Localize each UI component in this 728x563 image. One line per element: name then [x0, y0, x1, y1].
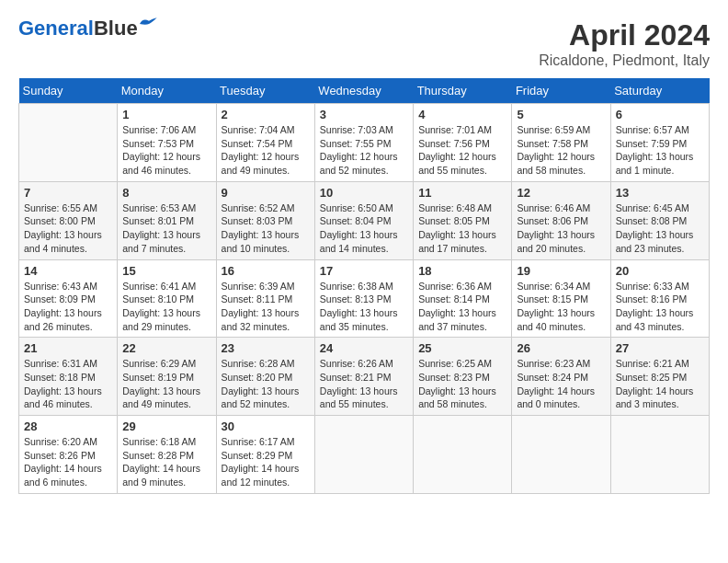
calendar-cell: 20Sunrise: 6:33 AM Sunset: 8:16 PM Dayli… [610, 259, 709, 338]
calendar-cell: 23Sunrise: 6:28 AM Sunset: 8:20 PM Dayli… [216, 338, 314, 416]
calendar-cell [314, 416, 413, 494]
header-friday: Friday [512, 78, 610, 104]
calendar-cell: 25Sunrise: 6:25 AM Sunset: 8:23 PM Dayli… [414, 338, 512, 416]
day-number: 8 [122, 186, 210, 200]
day-info: Sunrise: 7:03 AM Sunset: 7:55 PM Dayligh… [320, 123, 408, 178]
calendar-cell: 26Sunrise: 6:23 AM Sunset: 8:24 PM Dayli… [512, 338, 610, 416]
calendar-cell: 1Sunrise: 7:06 AM Sunset: 7:53 PM Daylig… [118, 104, 216, 182]
day-number: 16 [222, 264, 310, 278]
day-info: Sunrise: 6:53 AM Sunset: 8:01 PM Dayligh… [122, 201, 210, 256]
day-number: 4 [418, 108, 506, 121]
day-number: 11 [418, 186, 506, 200]
calendar-cell: 5Sunrise: 6:59 AM Sunset: 7:58 PM Daylig… [512, 104, 610, 182]
calendar-cell: 4Sunrise: 7:01 AM Sunset: 7:56 PM Daylig… [414, 104, 512, 182]
day-info: Sunrise: 6:46 AM Sunset: 8:06 PM Dayligh… [517, 201, 605, 256]
day-number: 25 [418, 341, 506, 355]
day-number: 3 [320, 108, 408, 121]
calendar-cell [610, 416, 709, 494]
page-title: April 2024 [539, 18, 710, 52]
calendar-cell [414, 416, 512, 494]
day-number: 7 [24, 186, 112, 200]
day-info: Sunrise: 6:50 AM Sunset: 8:04 PM Dayligh… [320, 201, 408, 256]
header-sunday: Sunday [19, 78, 118, 104]
day-info: Sunrise: 7:01 AM Sunset: 7:56 PM Dayligh… [418, 123, 506, 178]
day-number: 2 [222, 108, 310, 121]
calendar-cell: 29Sunrise: 6:18 AM Sunset: 8:28 PM Dayli… [118, 416, 216, 494]
page-subtitle: Ricaldone, Piedmont, Italy [539, 52, 710, 69]
day-number: 26 [517, 341, 605, 355]
calendar-cell: 2Sunrise: 7:04 AM Sunset: 7:54 PM Daylig… [216, 104, 314, 182]
header-saturday: Saturday [610, 78, 709, 104]
day-number: 14 [24, 264, 112, 278]
day-info: Sunrise: 6:43 AM Sunset: 8:09 PM Dayligh… [24, 280, 112, 334]
day-number: 23 [222, 341, 310, 355]
calendar-cell: 21Sunrise: 6:31 AM Sunset: 8:18 PM Dayli… [19, 338, 118, 416]
calendar-cell: 14Sunrise: 6:43 AM Sunset: 8:09 PM Dayli… [19, 259, 118, 338]
day-number: 27 [616, 341, 704, 355]
day-info: Sunrise: 6:25 AM Sunset: 8:23 PM Dayligh… [418, 357, 506, 411]
calendar-cell: 12Sunrise: 6:46 AM Sunset: 8:06 PM Dayli… [512, 181, 610, 259]
day-info: Sunrise: 6:48 AM Sunset: 8:05 PM Dayligh… [418, 201, 506, 256]
title-block: April 2024 Ricaldone, Piedmont, Italy [539, 18, 710, 69]
day-info: Sunrise: 6:23 AM Sunset: 8:24 PM Dayligh… [517, 357, 605, 411]
calendar-cell: 16Sunrise: 6:39 AM Sunset: 8:11 PM Dayli… [216, 259, 314, 338]
day-info: Sunrise: 6:17 AM Sunset: 8:29 PM Dayligh… [222, 435, 310, 489]
day-info: Sunrise: 6:41 AM Sunset: 8:10 PM Dayligh… [122, 280, 210, 334]
day-info: Sunrise: 6:52 AM Sunset: 8:03 PM Dayligh… [222, 201, 310, 256]
day-info: Sunrise: 7:04 AM Sunset: 7:54 PM Dayligh… [222, 123, 310, 178]
day-number: 12 [517, 186, 605, 200]
calendar-cell: 27Sunrise: 6:21 AM Sunset: 8:25 PM Dayli… [610, 338, 709, 416]
calendar-week-row: 7Sunrise: 6:55 AM Sunset: 8:00 PM Daylig… [19, 181, 710, 259]
calendar-cell: 3Sunrise: 7:03 AM Sunset: 7:55 PM Daylig… [314, 104, 413, 182]
calendar-cell: 17Sunrise: 6:38 AM Sunset: 8:13 PM Dayli… [314, 259, 413, 338]
day-info: Sunrise: 6:33 AM Sunset: 8:16 PM Dayligh… [616, 280, 704, 334]
calendar-week-row: 14Sunrise: 6:43 AM Sunset: 8:09 PM Dayli… [19, 259, 710, 338]
day-number: 9 [222, 186, 310, 200]
day-info: Sunrise: 6:21 AM Sunset: 8:25 PM Dayligh… [616, 357, 704, 411]
calendar-cell: 19Sunrise: 6:34 AM Sunset: 8:15 PM Dayli… [512, 259, 610, 338]
day-number: 17 [320, 264, 408, 278]
day-number: 13 [616, 186, 704, 200]
day-number: 24 [320, 341, 408, 355]
calendar-header-row: SundayMondayTuesdayWednesdayThursdayFrid… [19, 78, 710, 104]
calendar-cell [19, 104, 118, 182]
calendar-cell: 30Sunrise: 6:17 AM Sunset: 8:29 PM Dayli… [216, 416, 314, 494]
calendar-week-row: 1Sunrise: 7:06 AM Sunset: 7:53 PM Daylig… [19, 104, 710, 182]
day-info: Sunrise: 6:57 AM Sunset: 7:59 PM Dayligh… [616, 123, 704, 178]
day-number: 22 [122, 341, 210, 355]
day-info: Sunrise: 6:34 AM Sunset: 8:15 PM Dayligh… [517, 280, 605, 334]
day-info: Sunrise: 6:28 AM Sunset: 8:20 PM Dayligh… [222, 357, 310, 411]
day-info: Sunrise: 6:29 AM Sunset: 8:19 PM Dayligh… [122, 357, 210, 411]
calendar-cell: 7Sunrise: 6:55 AM Sunset: 8:00 PM Daylig… [19, 181, 118, 259]
calendar-cell: 22Sunrise: 6:29 AM Sunset: 8:19 PM Dayli… [118, 338, 216, 416]
day-number: 10 [320, 186, 408, 200]
day-number: 29 [122, 419, 210, 433]
calendar-table: SundayMondayTuesdayWednesdayThursdayFrid… [18, 78, 710, 494]
calendar-week-row: 28Sunrise: 6:20 AM Sunset: 8:26 PM Dayli… [19, 416, 710, 494]
calendar-cell: 11Sunrise: 6:48 AM Sunset: 8:05 PM Dayli… [414, 181, 512, 259]
day-info: Sunrise: 6:31 AM Sunset: 8:18 PM Dayligh… [24, 357, 112, 411]
day-number: 18 [418, 264, 506, 278]
day-number: 30 [222, 419, 310, 433]
calendar-cell: 10Sunrise: 6:50 AM Sunset: 8:04 PM Dayli… [314, 181, 413, 259]
calendar-cell: 15Sunrise: 6:41 AM Sunset: 8:10 PM Dayli… [118, 259, 216, 338]
day-info: Sunrise: 6:38 AM Sunset: 8:13 PM Dayligh… [320, 280, 408, 334]
logo: GeneralBlue [18, 18, 158, 39]
calendar-cell: 9Sunrise: 6:52 AM Sunset: 8:03 PM Daylig… [216, 181, 314, 259]
day-info: Sunrise: 6:36 AM Sunset: 8:14 PM Dayligh… [418, 280, 506, 334]
day-number: 6 [616, 108, 704, 121]
day-info: Sunrise: 6:59 AM Sunset: 7:58 PM Dayligh… [517, 123, 605, 178]
header-monday: Monday [118, 78, 216, 104]
day-number: 20 [616, 264, 704, 278]
day-number: 5 [517, 108, 605, 121]
page-header: GeneralBlue April 2024 Ricaldone, Piedmo… [18, 18, 710, 69]
day-number: 1 [122, 108, 210, 121]
day-info: Sunrise: 6:55 AM Sunset: 8:00 PM Dayligh… [24, 201, 112, 256]
calendar-cell: 6Sunrise: 6:57 AM Sunset: 7:59 PM Daylig… [610, 104, 709, 182]
day-number: 19 [517, 264, 605, 278]
day-number: 15 [122, 264, 210, 278]
header-thursday: Thursday [414, 78, 512, 104]
calendar-cell: 13Sunrise: 6:45 AM Sunset: 8:08 PM Dayli… [610, 181, 709, 259]
day-info: Sunrise: 6:20 AM Sunset: 8:26 PM Dayligh… [24, 435, 112, 489]
day-info: Sunrise: 6:26 AM Sunset: 8:21 PM Dayligh… [320, 357, 408, 411]
